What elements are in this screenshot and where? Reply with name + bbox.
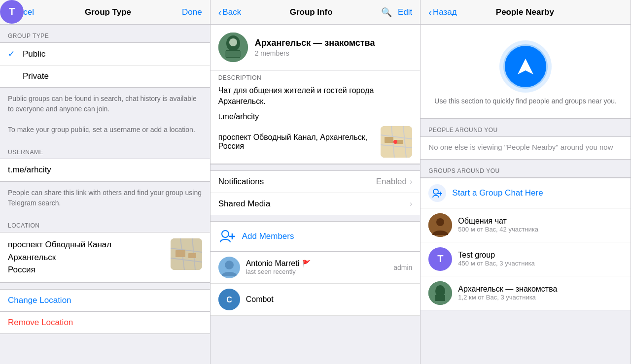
notifications-row[interactable]: Notifications Enabled ›: [210, 171, 421, 193]
change-location-section: Change Location Remove Location: [0, 289, 210, 334]
username-card: t.me/arhcity: [0, 159, 210, 182]
private-label: Private: [23, 71, 202, 81]
member1-info: Antonio Marreti 🚩 last seen recently: [246, 259, 394, 275]
start-group-row[interactable]: Start a Group Chat Here: [421, 178, 631, 208]
member1-avatar: [218, 257, 240, 278]
group-avatar: [218, 33, 248, 62]
svg-rect-17: [385, 137, 393, 143]
username-value[interactable]: t.me/arhcity: [0, 159, 210, 181]
search-icon[interactable]: 🔍: [381, 7, 392, 18]
panel1-navbar: Cancel Group Type Done: [0, 0, 210, 25]
svg-point-19: [393, 140, 397, 144]
group-type-section-label: GROUP TYPE: [0, 25, 210, 42]
panel2-navbar: ‹ Back Group Info 🔍 Edit: [210, 0, 421, 25]
member2-info: Combot: [246, 295, 413, 304]
member-row-1[interactable]: Antonio Marreti 🚩 last seen recently adm…: [210, 252, 421, 284]
remove-location-button[interactable]: Remove Location: [8, 318, 73, 328]
panel1-title: Group Type: [85, 7, 131, 17]
back-chevron-icon-3: ‹: [428, 7, 432, 17]
svg-marker-26: [518, 59, 533, 74]
group-type-card: ✓ Public Private: [0, 42, 210, 88]
public-checkmark: ✓: [8, 49, 18, 59]
group1-avatar: [428, 213, 452, 237]
back-button[interactable]: ‹ Back: [218, 7, 241, 17]
private-option-row[interactable]: Private: [0, 66, 210, 87]
shared-media-row[interactable]: Shared Media ›: [210, 193, 421, 215]
panel3-title: People Nearby: [496, 7, 554, 17]
group-header: Архангельск — знакомства 2 members: [210, 25, 421, 70]
groups-list: Start a Group Chat Here Общения чат 500 …: [421, 177, 631, 310]
group1-info: Общения чат 500 м от Вас, 42 участника: [458, 217, 623, 233]
hint-public: Public groups can be found in search, ch…: [0, 88, 210, 141]
group2-info: Test group 450 м от Вас, 3 участника: [458, 251, 623, 267]
location-line1: проспект Обводный Канал: [8, 238, 165, 251]
svg-point-31: [436, 218, 444, 226]
shared-media-label: Shared Media: [218, 199, 410, 209]
change-location-button[interactable]: Change Location: [8, 296, 71, 305]
panel-group-type: Cancel Group Type Done GROUP TYPE ✓ Publ…: [0, 0, 210, 364]
settings-section: Notifications Enabled › Shared Media ›: [210, 170, 421, 215]
svg-point-20: [222, 231, 229, 237]
remove-location-row[interactable]: Remove Location: [0, 312, 210, 334]
member-row-2[interactable]: C Combot: [210, 284, 421, 316]
description-block: DESCRIPTION Чат для общения жителей и го…: [210, 70, 421, 164]
back-button-3[interactable]: ‹ Назад: [428, 7, 456, 17]
svg-text:C: C: [226, 296, 232, 304]
people-empty-message: No one else is viewing "People Nearby" a…: [421, 136, 631, 160]
public-label: Public: [23, 49, 202, 59]
location-section-label: LOCATION: [0, 214, 210, 232]
location-line2: Архангельск: [8, 251, 165, 264]
location-line3: Россия: [8, 264, 165, 276]
back-label-3: Назад: [433, 7, 457, 17]
panel3-navbar: ‹ Назад People Nearby: [421, 0, 631, 25]
group2-sub: 450 м от Вас, 3 участника: [458, 260, 623, 267]
location-row: проспект Обводный Канал Архангельск Росс…: [0, 232, 210, 283]
back-label: Back: [222, 7, 241, 17]
svg-point-27: [433, 189, 438, 194]
username-section-label: USERNAME: [0, 141, 210, 159]
group-map-thumb: [381, 126, 412, 158]
group-item-2[interactable]: T T Test group 450 м от Вас, 3 участника: [421, 242, 631, 276]
group-name: Архангельск — знакомства: [255, 37, 375, 49]
group-item-1[interactable]: Общения чат 500 м от Вас, 42 участника: [421, 208, 631, 242]
group-link: t.me/arhcity: [218, 112, 413, 121]
member1-sub: last seen recently: [246, 268, 394, 275]
groups-around-label: GROUPS AROUND YOU: [421, 160, 631, 177]
member1-role: admin: [393, 264, 412, 271]
svg-point-10: [229, 38, 237, 46]
location-text: проспект Обводный Канал Архангельск Росс…: [8, 238, 165, 276]
nearby-desc: Use this section to quickly find people …: [434, 97, 617, 106]
group3-name: Архангельск — знакомства: [458, 285, 623, 294]
group-item-3[interactable]: Архангельск — знакомства 1,2 км от Вас, …: [421, 276, 631, 310]
group-info: Архангельск — знакомства 2 members: [255, 37, 375, 57]
panel2-title: Group Info: [290, 7, 333, 17]
settings-card: Notifications Enabled › Shared Media ›: [210, 170, 421, 215]
public-option-row[interactable]: ✓ Public: [0, 43, 210, 66]
member1-flag: 🚩: [302, 260, 311, 267]
done-button[interactable]: Done: [182, 7, 202, 17]
member2-name: Combot: [246, 295, 413, 304]
notifications-value: Enabled: [376, 177, 407, 187]
panel-people-nearby: ‹ Назад People Nearby Use this section t…: [421, 0, 631, 364]
group2-name: Test group: [458, 251, 623, 260]
svg-rect-18: [396, 140, 403, 144]
add-members-icon: [218, 228, 236, 245]
svg-rect-5: [175, 250, 185, 257]
svg-rect-0: [171, 238, 202, 270]
start-group-icon: [428, 184, 446, 202]
member1-name: Antonio Marreti 🚩: [246, 259, 394, 268]
group2-avatar: T T: [428, 247, 452, 271]
svg-point-23: [225, 261, 234, 269]
panel2-scroll: Архангельск — знакомства 2 members DESCR…: [210, 25, 421, 364]
group3-info: Архангельск — знакомства 1,2 км от Вас, …: [458, 285, 623, 301]
change-location-row[interactable]: Change Location: [0, 289, 210, 312]
edit-button[interactable]: Edit: [398, 7, 412, 17]
hint-username: People can share this link with others a…: [0, 182, 210, 214]
people-around-label: PEOPLE AROUND YOU: [421, 119, 631, 136]
panel3-scroll: Use this section to quickly find people …: [421, 25, 631, 364]
members-section: Add Members Antonio Marreti 🚩 last seen …: [210, 221, 421, 316]
panel-group-info: ‹ Back Group Info 🔍 Edit Архангельск — з…: [210, 0, 421, 364]
add-members-row[interactable]: Add Members: [210, 221, 421, 252]
description-label: DESCRIPTION: [218, 74, 413, 81]
group3-sub: 1,2 км от Вас, 3 участника: [458, 294, 623, 301]
